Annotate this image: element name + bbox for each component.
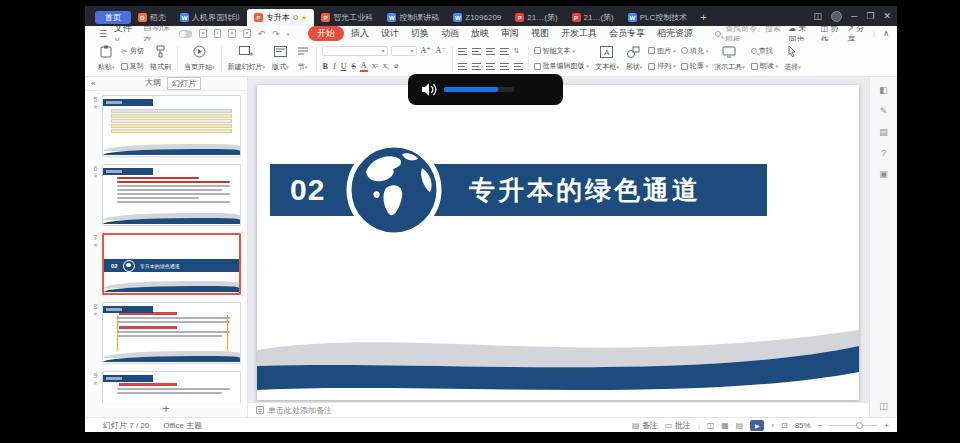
- italic-button[interactable]: I: [332, 62, 337, 71]
- slide-sorter-icon[interactable]: ▦: [721, 421, 729, 430]
- ribbon-tab[interactable]: 会员专享: [604, 26, 650, 41]
- ribbon-tab[interactable]: 设计: [376, 26, 404, 41]
- account-avatar[interactable]: [831, 11, 842, 22]
- slides-tab[interactable]: 幻灯片: [167, 77, 201, 90]
- present-tools-button[interactable]: 演示工具▾: [713, 43, 746, 74]
- open-folder-icon[interactable]: [199, 29, 207, 38]
- underline-button[interactable]: U: [340, 62, 348, 71]
- text-box-button[interactable]: A 文本框▾: [594, 43, 620, 74]
- normal-view-icon[interactable]: ◫: [707, 421, 715, 430]
- select-button[interactable]: 选择▾: [783, 43, 802, 74]
- quickbar-caret-icon[interactable]: ▾: [287, 31, 290, 37]
- find-button[interactable]: 查找: [751, 46, 779, 56]
- slide-canvas[interactable]: 02 专升本的绿色通道 单击此处添加备注: [248, 77, 869, 417]
- shape-button[interactable]: 形状▾: [625, 43, 644, 74]
- ribbon-tab[interactable]: 开始: [308, 26, 344, 41]
- slide-7[interactable]: 02 专升本的绿色通道: [257, 85, 859, 400]
- subscript-button[interactable]: X₂: [382, 63, 390, 69]
- ribbon-tab[interactable]: 放映: [466, 26, 494, 41]
- ribbon-tab[interactable]: 开发工具: [556, 26, 602, 41]
- save-icon[interactable]: [214, 29, 222, 38]
- restore-button[interactable]: ❐: [866, 11, 874, 21]
- fill-button[interactable]: 填充▾: [681, 46, 709, 56]
- undo-icon[interactable]: ↶: [258, 29, 266, 39]
- distribute-icon[interactable]: [514, 63, 523, 70]
- document-tab[interactable]: P 智光工业科: [314, 9, 380, 26]
- toolbox-icon[interactable]: ▣: [879, 169, 888, 179]
- bullet-list-icon[interactable]: [458, 48, 467, 55]
- zoom-in-button[interactable]: +: [884, 421, 889, 430]
- smart-text-button[interactable]: 智能文本▾: [534, 46, 590, 56]
- align-center-icon[interactable]: [472, 63, 481, 70]
- add-slide-button[interactable]: +: [85, 403, 247, 417]
- favorite-star-icon[interactable]: ★: [301, 14, 307, 22]
- numbered-list-icon[interactable]: [472, 48, 481, 55]
- layout-switch-icon[interactable]: ◫: [813, 11, 822, 21]
- properties-icon[interactable]: ◧: [879, 85, 888, 95]
- copy-button[interactable]: 复制: [121, 61, 145, 71]
- ribbon-tab[interactable]: 插入: [346, 26, 374, 41]
- reading-view-icon[interactable]: ▤: [736, 421, 744, 430]
- autosave-toggle[interactable]: [179, 30, 192, 38]
- batch-edit-button[interactable]: 批量编辑图版▾: [534, 61, 590, 71]
- resource-icon[interactable]: ▤: [879, 127, 888, 137]
- beautify-icon[interactable]: ✎: [880, 106, 888, 116]
- zoom-slider-thumb[interactable]: [856, 422, 863, 429]
- font-family-select[interactable]: ▾: [322, 46, 388, 56]
- superscript-button[interactable]: X²: [371, 63, 379, 69]
- notes-toggle-button[interactable]: ▤ 备注: [632, 420, 658, 431]
- redo-icon[interactable]: ↷: [272, 29, 280, 39]
- ribbon-tab[interactable]: 视图: [526, 26, 554, 41]
- expand-rail-icon[interactable]: ◫: [879, 401, 888, 411]
- play-options-caret-icon[interactable]: ▾: [771, 422, 774, 428]
- decrease-indent-icon[interactable]: [486, 48, 495, 55]
- play-from-current-button[interactable]: 当页开始▾: [183, 43, 216, 74]
- slide-title[interactable]: 专升本的绿色通道: [469, 164, 701, 216]
- grow-font-button[interactable]: A⁺: [420, 46, 432, 55]
- minimize-button[interactable]: ─: [851, 11, 857, 21]
- slide-thumbnail-6[interactable]: 6★: [89, 164, 241, 226]
- hamburger-menu-icon[interactable]: ☰: [99, 29, 107, 39]
- document-tab[interactable]: W PLC控制技术: [621, 9, 695, 26]
- increase-indent-icon[interactable]: [500, 48, 509, 55]
- slide-thumbnail-9[interactable]: 9★: [89, 371, 241, 403]
- output-icon[interactable]: [243, 29, 251, 38]
- slide-layout-button[interactable]: 版式▾: [271, 43, 290, 74]
- read-aloud-button[interactable]: 朗读▾: [751, 61, 779, 71]
- slide-thumbnail-7-selected[interactable]: 7★ 02 专升本的绿色通道: [89, 233, 241, 295]
- slideshow-play-button[interactable]: ▶: [750, 420, 764, 431]
- ribbon-tab[interactable]: 审阅: [496, 26, 524, 41]
- align-left-icon[interactable]: [458, 63, 467, 70]
- format-painter-button[interactable]: 格式刷: [149, 43, 172, 74]
- cut-button[interactable]: ✂剪切: [121, 46, 145, 56]
- theme-name[interactable]: Office 主题: [163, 420, 202, 431]
- help-icon[interactable]: ?: [881, 148, 886, 158]
- new-slide-button[interactable]: 新建幻灯片▾: [227, 43, 267, 74]
- document-tab[interactable]: W 人机界面转印: [173, 9, 247, 26]
- fit-slide-icon[interactable]: ⊡: [781, 421, 788, 430]
- insert-image-button[interactable]: 图片▾: [648, 46, 676, 56]
- document-tab[interactable]: W Z1096209: [446, 9, 508, 26]
- align-right-icon[interactable]: [486, 63, 495, 70]
- outline-tab[interactable]: 大纲: [145, 77, 161, 90]
- slide-thumbnail-8[interactable]: 8★: [89, 302, 241, 364]
- document-tab[interactable]: P 专升本 ★: [247, 9, 314, 26]
- collapse-panel-button[interactable]: «: [91, 79, 95, 88]
- ribbon-tab[interactable]: 切换: [406, 26, 434, 41]
- collapse-ribbon-button[interactable]: ∧: [883, 29, 889, 38]
- arrange-button[interactable]: 排列▾: [648, 61, 676, 71]
- line-spacing-icon[interactable]: ⇅: [514, 47, 520, 55]
- zoom-slider[interactable]: [829, 425, 877, 426]
- notes-bar[interactable]: 单击此处添加备注: [248, 402, 869, 417]
- close-button[interactable]: ✕: [883, 11, 891, 21]
- slide-thumbnail-5[interactable]: 5★: [89, 95, 241, 157]
- section-button[interactable]: 节▾: [295, 43, 311, 74]
- strikethrough-button[interactable]: S: [350, 62, 356, 71]
- new-tab-button[interactable]: +: [700, 11, 706, 23]
- ribbon-tab[interactable]: 动画: [436, 26, 464, 41]
- zoom-out-button[interactable]: −: [818, 421, 823, 430]
- globe-icon[interactable]: [344, 140, 444, 240]
- font-color-button[interactable]: A: [360, 61, 368, 72]
- paste-button[interactable]: 粘贴▾: [97, 43, 116, 74]
- print-icon[interactable]: [228, 29, 236, 38]
